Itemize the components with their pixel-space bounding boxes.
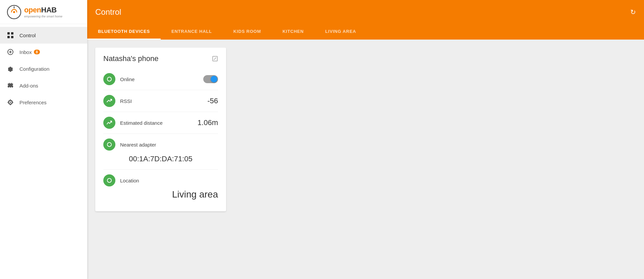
logo-text: openHAB [24,6,62,14]
sidebar-item-preferences[interactable]: Preferences [0,94,87,111]
openhab-logo-icon [7,5,21,19]
sidebar-item-inbox-label: Inbox [19,49,32,55]
sidebar-item-addons-label: Add-ons [19,83,38,89]
tab-kids-room[interactable]: KIDS ROOM [223,24,272,40]
grid-icon [7,32,14,39]
adapter-value: 00:1A:7D:DA:71:05 [103,153,218,165]
sidebar-item-preferences-label: Preferences [19,100,47,105]
svg-point-11 [107,77,111,81]
card-row-adapter: Nearest adapter 00:1A:7D:DA:71:05 [103,134,218,170]
toggle-thumb [211,76,217,82]
svg-point-1 [13,11,15,13]
logo-subtitle: empowering the smart home [24,15,62,18]
card-row-rssi: RSSI -56 [103,90,218,112]
sidebar-item-control-label: Control [19,33,36,38]
adapter-icon [103,138,115,151]
card-title-row: Natasha's phone [103,54,218,63]
tab-bar: BLUETOOTH DEVICES ENTRANCE HALL KIDS ROO… [87,24,644,40]
distance-value: 1.06m [198,118,218,127]
svg-rect-3 [11,32,13,35]
logo-text-group: openHAB empowering the smart home [24,6,62,18]
settings-icon [7,99,14,106]
svg-rect-4 [7,36,10,38]
rssi-icon [103,95,115,107]
inbox-badge: 8 [34,50,40,54]
svg-rect-2 [7,32,10,35]
card-row-online: Online [103,68,218,90]
location-label: Location [120,178,218,183]
online-toggle[interactable] [203,75,218,83]
logo: openHAB empowering the smart home [0,0,87,24]
card-row-location: Location Living area [103,170,218,205]
adapter-top-row: Nearest adapter [103,138,218,151]
svg-point-13 [107,178,111,182]
location-icon [103,174,115,186]
sidebar-item-configuration-label: Configuration [19,66,49,72]
distance-label: Estimated distance [120,120,198,126]
tab-living-area[interactable]: LIVING AREA [315,24,367,40]
header-title: Control [95,7,121,17]
online-status-icon [103,73,115,85]
adapter-label: Nearest adapter [120,142,218,148]
content-area: Natasha's phone Online [87,40,644,279]
distance-icon [103,117,115,129]
sidebar: openHAB empowering the smart home Contro… [0,0,87,279]
svg-rect-5 [11,36,13,38]
svg-point-9 [10,102,11,103]
sidebar-item-control[interactable]: Control [0,27,87,44]
puzzle-icon [7,82,14,89]
gear-icon [7,65,14,72]
rssi-value: -56 [207,97,218,105]
location-value: Living area [103,189,218,200]
refresh-button[interactable]: ↻ [630,8,636,16]
card-edit-icon[interactable] [212,56,218,62]
location-top-row: Location [103,174,218,186]
svg-point-12 [107,143,111,147]
sidebar-nav: Control Inbox 8 Configuration [0,24,87,113]
card-row-distance: Estimated distance 1.06m [103,112,218,134]
sidebar-item-addons[interactable]: Add-ons [0,77,87,94]
tab-entrance-hall[interactable]: ENTRANCE HALL [161,24,223,40]
card-title: Natasha's phone [103,54,158,63]
rssi-label: RSSI [120,98,207,104]
tab-kitchen[interactable]: KITCHEN [272,24,314,40]
device-card-natashas-phone: Natasha's phone Online [95,48,226,211]
tab-bluetooth-devices[interactable]: BLUETOOTH DEVICES [87,24,161,40]
header: Control ↻ [87,0,644,24]
plus-circle-icon [7,48,14,56]
main-content: Control ↻ BLUETOOTH DEVICES ENTRANCE HAL… [87,0,644,279]
sidebar-item-inbox[interactable]: Inbox 8 [0,44,87,60]
sidebar-item-configuration[interactable]: Configuration [0,60,87,77]
online-label: Online [120,76,203,82]
